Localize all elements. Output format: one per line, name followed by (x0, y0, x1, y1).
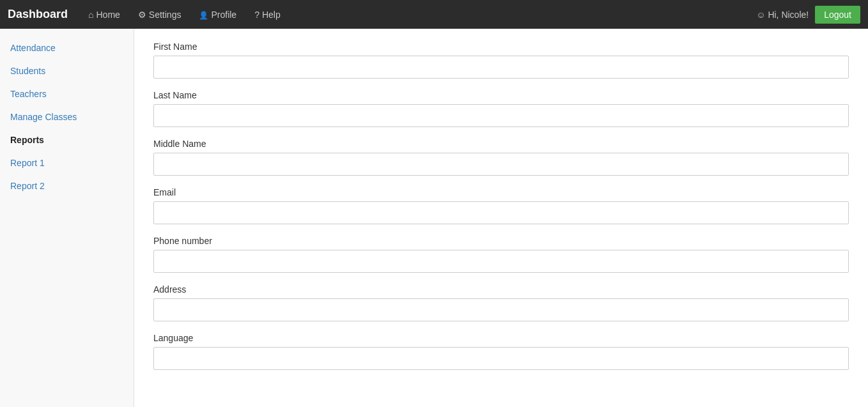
input-middle-name[interactable] (153, 153, 849, 176)
nav-help[interactable]: Help (247, 4, 288, 25)
input-phone[interactable] (153, 250, 849, 273)
main-content: First Name Last Name Middle Name Email P… (134, 29, 868, 407)
input-address[interactable] (153, 298, 849, 321)
sidebar-item-attendance[interactable]: Attendance (0, 36, 134, 59)
input-language[interactable] (153, 347, 849, 370)
navbar-brand: Dashboard (8, 8, 68, 21)
help-icon (254, 10, 260, 20)
sidebar-item-teachers[interactable]: Teachers (0, 82, 134, 105)
label-email: Email (153, 187, 849, 197)
nav-right: Hi, Nicole! Logout (756, 6, 860, 24)
user-icon (756, 10, 768, 20)
form-group-phone: Phone number (153, 236, 849, 273)
home-icon (88, 10, 93, 20)
form-group-address: Address (153, 284, 849, 321)
label-address: Address (153, 284, 849, 295)
sidebar: Attendance Students Teachers Manage Clas… (0, 29, 134, 407)
form-group-middle-name: Middle Name (153, 139, 849, 176)
sidebar-item-report1[interactable]: Report 1 (0, 151, 134, 174)
nav-help-label: Help (262, 10, 281, 20)
nav-home-label: Home (97, 10, 120, 20)
profile-icon (199, 10, 208, 20)
form-group-email: Email (153, 187, 849, 224)
form-group-first-name: First Name (153, 42, 849, 79)
label-last-name: Last Name (153, 90, 849, 100)
nav-home[interactable]: Home (81, 4, 128, 25)
nav-settings[interactable]: Settings (130, 4, 189, 25)
layout: Attendance Students Teachers Manage Clas… (0, 29, 868, 407)
logout-button[interactable]: Logout (815, 6, 860, 24)
input-last-name[interactable] (153, 104, 849, 127)
settings-icon (138, 10, 146, 20)
nav-links: Home Settings Profile Help (81, 4, 756, 25)
nav-settings-label: Settings (149, 10, 182, 20)
nav-greeting: Hi, Nicole! (756, 10, 809, 20)
nav-profile-label: Profile (211, 10, 236, 20)
label-phone: Phone number (153, 236, 849, 246)
form-group-last-name: Last Name (153, 90, 849, 127)
nav-profile[interactable]: Profile (191, 4, 244, 25)
reports-section-header: Reports (0, 128, 134, 151)
label-middle-name: Middle Name (153, 139, 849, 149)
input-email[interactable] (153, 201, 849, 224)
form-group-language: Language (153, 333, 849, 370)
label-first-name: First Name (153, 42, 849, 52)
navbar: Dashboard Home Settings Profile Help Hi,… (0, 0, 868, 29)
sidebar-item-report2[interactable]: Report 2 (0, 174, 134, 197)
input-first-name[interactable] (153, 56, 849, 79)
label-language: Language (153, 333, 849, 343)
sidebar-item-manage-classes[interactable]: Manage Classes (0, 105, 134, 128)
sidebar-item-students[interactable]: Students (0, 59, 134, 82)
